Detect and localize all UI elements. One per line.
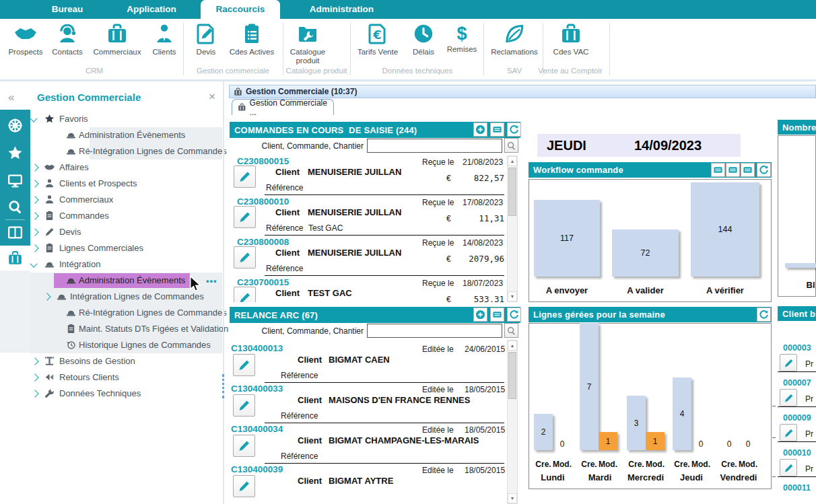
edit-button[interactable] xyxy=(234,287,256,302)
relance-row[interactable]: C130400039 Editée le 18/05/2015 Client B… xyxy=(230,464,506,504)
tab-raccourcis[interactable]: Raccourcis xyxy=(201,0,280,19)
ribbon-button-catalogue-produit[interactable]: Catalogue produit xyxy=(282,23,333,65)
chevron-right-icon[interactable] xyxy=(31,244,38,252)
refresh-button[interactable] xyxy=(507,308,521,322)
ribbon-button-cdes-actives[interactable]: Cdes Actives xyxy=(226,23,277,57)
sidebar-item-commerciaux[interactable]: Commerciaux xyxy=(0,192,223,208)
ribbon-button-devis[interactable]: Devis xyxy=(180,23,232,57)
client-row-id[interactable]: 000003 xyxy=(783,343,811,353)
sidebar-item-re-integration-lignes-2[interactable]: Ré-Intégration Lignes de Commandes xyxy=(0,305,223,321)
window-tab[interactable]: Gestion Commerciale ... xyxy=(232,99,334,115)
chevron-right-icon[interactable] xyxy=(31,212,38,219)
sidebar-collapse-button[interactable]: « xyxy=(8,91,14,104)
chevron-right-icon[interactable] xyxy=(31,357,38,365)
client-row-id[interactable]: 000011 xyxy=(783,483,811,493)
tab-administration[interactable]: Administration xyxy=(290,0,394,19)
refresh-button[interactable] xyxy=(757,308,771,322)
chevron-down-icon[interactable] xyxy=(30,114,37,122)
sidebar-item-administration-evenements[interactable]: Administration Évènements xyxy=(0,127,223,143)
scroll-down-arrow[interactable]: ▼ xyxy=(508,493,517,503)
refresh-button[interactable] xyxy=(757,163,771,177)
edit-button[interactable] xyxy=(780,354,797,371)
ribbon-button-reclamations[interactable]: Reclamations xyxy=(489,23,540,57)
list-view-button[interactable] xyxy=(490,122,504,137)
edit-button[interactable] xyxy=(780,424,797,441)
sidebar-item-retours-clients[interactable]: Retours Clients xyxy=(0,369,223,386)
bar-a-envoyer[interactable]: 117 xyxy=(534,200,600,277)
tab-bureau[interactable]: Bureau xyxy=(37,0,98,19)
chevron-right-icon[interactable] xyxy=(31,373,38,381)
ribbon-button-tarifs-vente[interactable]: Tarifs Vente xyxy=(352,23,403,57)
sidebar-item-re-integration-lignes[interactable]: Ré-Intégration Lignes de Commandes xyxy=(0,143,223,159)
bar-mercredi-mod[interactable]: 1 xyxy=(646,432,665,450)
scroll-down-arrow[interactable]: ▼ xyxy=(508,291,517,301)
relance-scrollbar[interactable]: ▲ ▼ xyxy=(507,340,518,504)
relance-search-input[interactable] xyxy=(367,324,502,338)
sidebar-item-besoins-de-gestion[interactable]: Besoins de Gestion xyxy=(0,353,223,369)
bar-mardi-cre[interactable]: 7 xyxy=(580,323,599,450)
bar-a-valider[interactable]: 72 xyxy=(612,229,679,277)
sidebar-item-devis[interactable]: Devis xyxy=(0,224,223,240)
commandes-search-input[interactable] xyxy=(367,139,502,153)
bar-mercredi-cre[interactable]: 3 xyxy=(627,396,646,450)
chevron-right-icon[interactable] xyxy=(31,164,38,171)
bar-lundi-cre[interactable]: 2 xyxy=(534,414,553,450)
refresh-button[interactable] xyxy=(507,122,521,137)
chevron-right-icon[interactable] xyxy=(43,293,50,300)
chevron-down-icon[interactable] xyxy=(30,260,37,267)
add-button[interactable] xyxy=(473,308,487,322)
list-view-button[interactable] xyxy=(711,163,725,177)
list-view-button[interactable] xyxy=(490,308,504,322)
edit-button[interactable] xyxy=(780,459,797,476)
sidebar-item-lignes-commerciales[interactable]: Lignes Commerciales xyxy=(0,240,223,256)
scrollbar-thumb[interactable] xyxy=(508,168,516,216)
commande-row[interactable]: C230700015 Reçue le 18/07/2023 Client TE… xyxy=(230,277,506,302)
ribbon-button-commerciaux[interactable]: Commerciaux xyxy=(92,23,143,57)
edit-button[interactable] xyxy=(234,246,256,268)
add-button[interactable] xyxy=(473,122,487,137)
edit-button[interactable] xyxy=(233,394,255,417)
search-button[interactable] xyxy=(504,323,518,338)
sidebar-item-commandes[interactable]: Commandes xyxy=(0,208,223,224)
edit-button[interactable] xyxy=(780,389,797,406)
tab-application[interactable]: Application xyxy=(114,0,189,19)
edit-button[interactable] xyxy=(234,206,256,228)
chevron-right-icon[interactable] xyxy=(31,196,38,203)
commande-row[interactable]: C230800010 Reçue le 17/08/2023 Client ME… xyxy=(230,196,506,236)
window-titlebar[interactable]: Gestion Commerciale (10:37) xyxy=(229,85,816,98)
bar-jeudi-cre[interactable]: 4 xyxy=(673,377,691,450)
scroll-up-arrow[interactable]: ▲ xyxy=(508,156,517,166)
commande-row[interactable]: C230800015 Reçue le 21/08/2023 Client ME… xyxy=(230,155,506,196)
bar-a-verifier[interactable]: 144 xyxy=(691,182,759,277)
search-button[interactable] xyxy=(504,138,518,153)
ribbon-button-contacts[interactable]: Contacts xyxy=(42,23,93,57)
relance-row[interactable]: C130400013 Editée le 24/06/2015 Client B… xyxy=(230,343,506,384)
edit-button[interactable] xyxy=(233,475,255,497)
sidebar-item-maint-statuts[interactable]: Maint. Statuts DTs Figées et Validation xyxy=(0,321,223,337)
list-view-button[interactable] xyxy=(726,163,740,177)
relance-row[interactable]: C130400033 Editée le 18/05/2015 Client M… xyxy=(230,384,506,424)
sidebar-item-donnees-techniques[interactable]: Données Techniques xyxy=(0,386,223,402)
list-view-button[interactable] xyxy=(741,163,755,177)
chevron-right-icon[interactable] xyxy=(31,390,38,397)
sidebar-item-favoris[interactable]: Favoris xyxy=(0,111,223,127)
relance-row[interactable]: C130400034 Editée le 18/05/2015 Client B… xyxy=(230,424,506,464)
client-row-id[interactable]: 000009 xyxy=(783,413,811,423)
ribbon-button-remises[interactable]: $ Remises xyxy=(436,23,487,54)
commande-row[interactable]: C230800008 Reçue le 14/08/2023 Client ME… xyxy=(230,236,506,277)
ribbon-button-cdes-vac[interactable]: Cdes VAC xyxy=(545,23,597,57)
sidebar-resize-handle[interactable] xyxy=(222,374,224,398)
sidebar-item-affaires[interactable]: Affaires xyxy=(0,159,223,176)
more-options-icon[interactable]: ••• xyxy=(206,276,217,286)
sidebar-item-integration[interactable]: Intégration xyxy=(0,256,223,273)
commandes-scrollbar[interactable]: ▲ ▼ xyxy=(507,155,518,302)
bar-mardi-mod[interactable]: 1 xyxy=(599,432,617,450)
edit-button[interactable] xyxy=(234,166,256,188)
sidebar-close-button[interactable]: × xyxy=(209,90,215,104)
client-row-id[interactable]: 000007 xyxy=(783,378,811,388)
sidebar-item-clients-et-prospects[interactable]: Clients et Prospects xyxy=(0,176,223,192)
chevron-right-icon[interactable] xyxy=(31,180,38,187)
scroll-up-arrow[interactable]: ▲ xyxy=(508,340,517,351)
chevron-right-icon[interactable] xyxy=(31,228,38,236)
scrollbar-thumb[interactable] xyxy=(508,352,516,399)
